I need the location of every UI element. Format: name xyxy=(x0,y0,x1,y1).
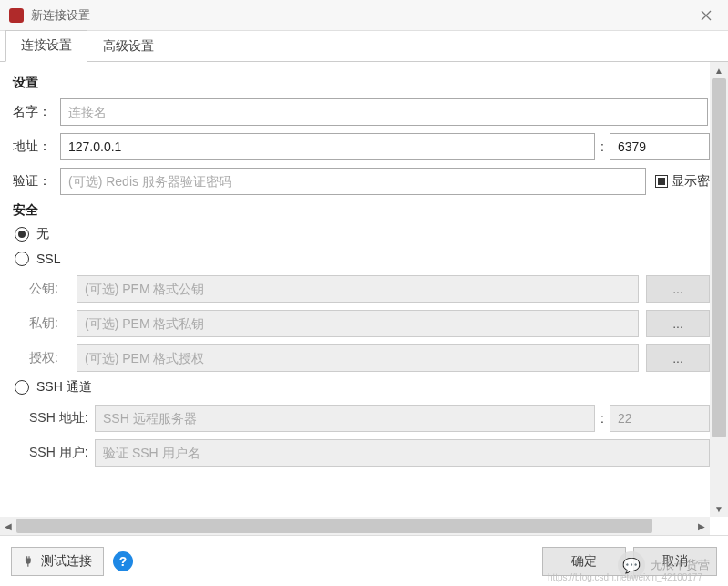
checkbox-icon xyxy=(655,175,668,188)
browse-privkey-button[interactable]: ... xyxy=(646,310,710,337)
row-address: 地址： : xyxy=(13,133,710,160)
authkey-input xyxy=(77,344,639,372)
ok-button[interactable]: 确定 xyxy=(542,547,626,576)
scroll-viewport: 设置 名字： 地址： : 验证： 显示密 安全 无 SSL xyxy=(0,62,710,517)
label-authkey: 授权: xyxy=(13,350,77,366)
row-authkey: 授权: ... xyxy=(13,344,710,372)
label-address: 地址： xyxy=(13,139,60,155)
scroll-left-icon: ◀ xyxy=(0,517,16,535)
label-privkey: 私钥: xyxy=(13,315,77,332)
content-area: 设置 名字： 地址： : 验证： 显示密 安全 无 SSL xyxy=(0,62,728,535)
radio-ssl[interactable]: SSL xyxy=(15,252,710,266)
browse-authkey-button[interactable]: ... xyxy=(646,344,710,372)
row-name: 名字： xyxy=(13,98,710,126)
vscroll-thumb[interactable] xyxy=(712,78,726,437)
settings-heading: 设置 xyxy=(13,75,710,91)
show-password-toggle[interactable]: 显示密 xyxy=(655,173,710,190)
close-icon xyxy=(701,10,712,21)
port-input[interactable] xyxy=(610,133,710,160)
ssh-port-input xyxy=(610,405,710,432)
hscroll-thumb[interactable] xyxy=(16,519,652,533)
titlebar: 新连接设置 xyxy=(0,0,728,31)
auth-input[interactable] xyxy=(60,168,646,195)
plug-icon xyxy=(23,555,36,568)
privkey-input xyxy=(77,310,639,337)
ssh-host-input xyxy=(95,405,595,432)
radio-none-label: 无 xyxy=(36,226,49,242)
cancel-button[interactable]: 取消 xyxy=(633,547,717,576)
browse-pubkey-button[interactable]: ... xyxy=(646,275,710,303)
row-ssh-host: SSH 地址: : xyxy=(13,405,710,432)
show-password-label: 显示密 xyxy=(672,173,710,190)
vertical-scrollbar[interactable]: ▲ ▼ xyxy=(710,62,728,517)
label-name: 名字： xyxy=(13,104,60,120)
label-auth: 验证： xyxy=(13,173,60,190)
radio-ssh[interactable]: SSH 通道 xyxy=(15,379,710,396)
window-title: 新连接设置 xyxy=(31,7,693,24)
radio-ssl-label: SSL xyxy=(36,252,60,266)
row-auth: 验证： 显示密 xyxy=(13,168,710,195)
name-input[interactable] xyxy=(60,98,708,126)
pubkey-input xyxy=(77,275,639,303)
help-button[interactable]: ? xyxy=(113,551,133,571)
ssh-user-input xyxy=(95,439,710,467)
row-ssh-user: SSH 用户: xyxy=(13,439,710,467)
ssh-colon: : xyxy=(595,411,610,426)
close-button[interactable] xyxy=(693,3,719,28)
host-input[interactable] xyxy=(60,133,595,160)
addr-colon: : xyxy=(595,139,610,154)
test-connection-label: 测试连接 xyxy=(41,553,92,570)
radio-icon xyxy=(15,227,29,242)
radio-icon xyxy=(15,252,29,266)
footer: 测试连接 ? 确定 取消 💬 无痕干货营 https://blog.csdn.n… xyxy=(0,535,728,586)
radio-none[interactable]: 无 xyxy=(15,226,710,242)
security-heading: 安全 xyxy=(13,202,710,219)
tabs: 连接设置 高级设置 xyxy=(0,31,728,62)
hscroll-track xyxy=(16,517,693,535)
scroll-right-icon: ▶ xyxy=(693,517,710,535)
test-connection-button[interactable]: 测试连接 xyxy=(11,547,104,576)
vscroll-track xyxy=(710,78,728,500)
label-ssh-user: SSH 用户: xyxy=(13,445,95,461)
row-pubkey: 公钥: ... xyxy=(13,275,710,303)
tab-connection[interactable]: 连接设置 xyxy=(5,30,87,62)
app-icon xyxy=(9,8,24,23)
scroll-down-icon: ▼ xyxy=(710,500,728,517)
radio-ssh-label: SSH 通道 xyxy=(36,379,92,396)
horizontal-scrollbar[interactable]: ◀ ▶ xyxy=(0,517,710,535)
tab-advanced[interactable]: 高级设置 xyxy=(87,31,169,62)
label-pubkey: 公钥: xyxy=(13,281,77,297)
row-privkey: 私钥: ... xyxy=(13,310,710,337)
radio-icon xyxy=(15,380,29,395)
scroll-up-icon: ▲ xyxy=(710,62,728,78)
label-ssh-host: SSH 地址: xyxy=(13,410,95,427)
